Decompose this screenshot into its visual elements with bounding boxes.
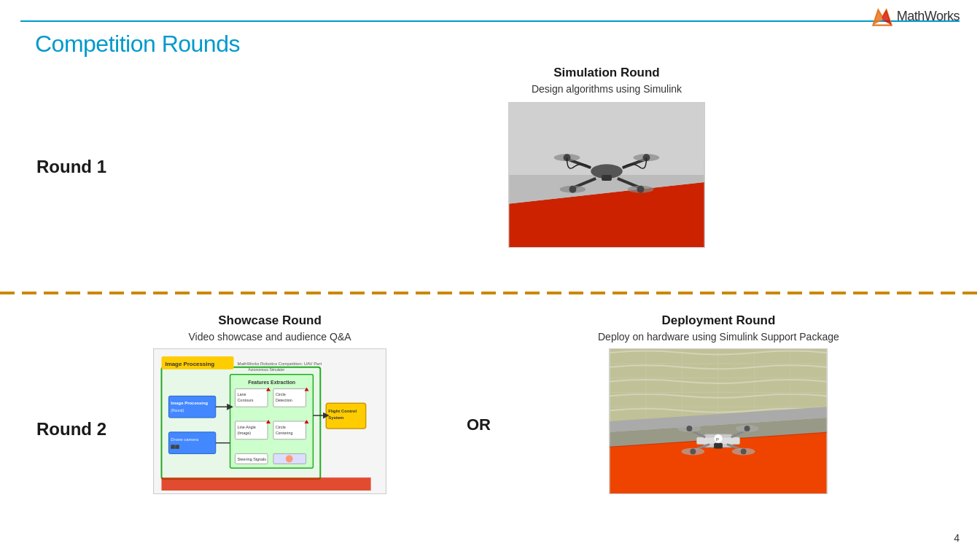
svg-point-91 <box>691 449 696 455</box>
svg-point-92 <box>741 449 747 455</box>
mathworks-logo-icon <box>872 6 892 26</box>
svg-text:Features Extraction: Features Extraction <box>248 380 295 385</box>
deployment-drone-image: P <box>609 348 828 494</box>
simulation-drone-image <box>508 102 705 248</box>
svg-point-53 <box>286 456 293 463</box>
svg-text:Circle: Circle <box>276 392 286 396</box>
svg-text:Circle: Circle <box>276 425 286 429</box>
showcase-round-title: Showcase Round <box>218 313 322 328</box>
svg-text:⬛⬛: ⬛⬛ <box>171 445 180 450</box>
simulation-round-title: Simulation Round <box>553 66 659 80</box>
round1-label: Round 1 <box>36 157 106 177</box>
deployment-round-title: Deployment Round <box>661 313 775 328</box>
simulation-round-subtitle: Design algorithms using Simulink <box>532 83 682 95</box>
round2-label: Round 2 <box>36 419 106 439</box>
svg-text:MathWorks Robotics Competition: MathWorks Robotics Competition: UAV Part <box>237 362 322 366</box>
svg-point-90 <box>744 426 750 431</box>
svg-rect-60 <box>162 477 371 491</box>
deployment-round-section: Deployment Round Deploy on hardware usin… <box>598 313 839 494</box>
svg-text:P: P <box>716 437 719 442</box>
mathworks-logo: MathWorks <box>872 6 960 26</box>
svg-text:Flight Control: Flight Control <box>328 409 357 413</box>
svg-rect-93 <box>714 443 723 449</box>
svg-text:Image Processing: Image Processing <box>171 401 208 405</box>
svg-point-89 <box>687 426 693 431</box>
svg-text:Detection: Detection <box>276 398 292 402</box>
svg-text:Steering Signals: Steering Signals <box>237 457 266 461</box>
svg-text:(Image): (Image) <box>237 431 251 435</box>
page-title: Competition Rounds <box>35 31 240 58</box>
svg-text:System: System <box>328 415 343 420</box>
svg-rect-29 <box>168 432 215 454</box>
deployment-round-subtitle: Deploy on hardware using Simulink Suppor… <box>598 331 839 343</box>
svg-point-19 <box>569 186 577 193</box>
svg-text:(Round): (Round) <box>171 409 184 413</box>
mathworks-logo-text: MathWorks <box>897 9 960 24</box>
page-number: 4 <box>954 532 960 544</box>
svg-rect-26 <box>168 396 215 418</box>
simulation-round-section: Simulation Round Design algorithms using… <box>306 66 907 248</box>
svg-rect-7 <box>509 103 704 175</box>
showcase-flowchart-image: Image Processing Image Processing (Round… <box>153 348 386 494</box>
svg-point-20 <box>637 186 645 193</box>
svg-text:Line Angle: Line Angle <box>237 425 255 429</box>
showcase-round-subtitle: Video showcase and audience Q&A <box>188 331 351 343</box>
svg-text:Centering: Centering <box>276 431 293 435</box>
top-decorative-line <box>20 20 960 22</box>
svg-marker-3 <box>873 10 882 26</box>
svg-text:Drone camera: Drone camera <box>171 437 198 442</box>
svg-marker-2 <box>882 10 892 26</box>
dashed-separator <box>0 292 980 294</box>
or-text: OR <box>467 415 491 434</box>
svg-text:Contours: Contours <box>237 398 253 402</box>
svg-text:Image Processing: Image Processing <box>165 361 214 367</box>
svg-rect-21 <box>602 175 612 181</box>
showcase-round-section: Showcase Round Video showcase and audien… <box>153 313 386 494</box>
svg-text:Autonomous Simulator: Autonomous Simulator <box>248 368 284 372</box>
svg-text:Lane: Lane <box>237 392 246 396</box>
